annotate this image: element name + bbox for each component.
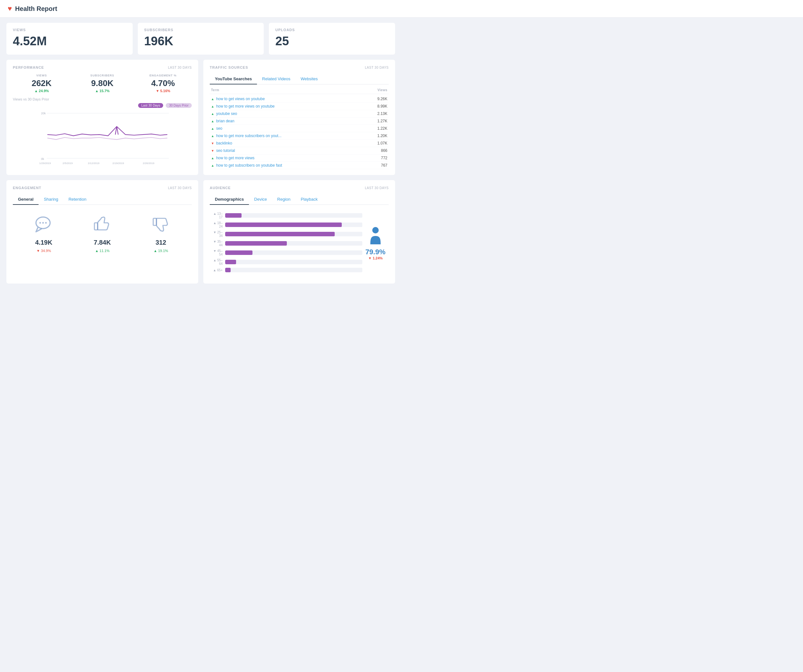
- arrow-up-icon: ▲: [211, 119, 214, 123]
- middle-row: PERFORMANCE LAST 30 DAYS VIEWS 262K ▲ 24…: [7, 60, 395, 175]
- demo-age-label: ▲ 18–24: [210, 221, 223, 228]
- arrow-down-icon: ▼: [211, 149, 214, 153]
- demo-row: ▲ 13–17: [210, 212, 362, 219]
- traffic-row: ▲ youtube seo 2.13K: [210, 110, 388, 117]
- dislikes-change: ▲ 19.1%: [154, 249, 168, 253]
- views-stat-card: VIEWS 4.52M: [7, 23, 133, 55]
- svg-text:0k: 0k: [41, 157, 44, 161]
- arrow-up-icon: ▲: [211, 127, 214, 130]
- demo-bar-wrap: [225, 268, 362, 272]
- traffic-term: ▲ how to get subscribers on youtube fast: [211, 163, 371, 167]
- audience-subtitle: LAST 30 DAYS: [365, 186, 388, 190]
- demo-bars: ▲ 13–17 ▲ 18–24 ▼ 25–34 ▼ 35–44 ▼ 45–54: [210, 209, 362, 278]
- svg-point-15: [372, 227, 379, 234]
- likes-change: ▲ 11.1%: [95, 249, 109, 253]
- metric-views: VIEWS 262K ▲ 24.9%: [13, 74, 70, 93]
- comments-value: 4.19K: [35, 239, 52, 246]
- metric-eng-change: ▼ 5.16%: [134, 89, 192, 93]
- svg-text:2/5/2019: 2/5/2019: [63, 162, 73, 165]
- tab-youtube-searches[interactable]: YouTube Searches: [210, 74, 257, 84]
- chart-legend: Last 30 Days 30 Days Prior: [13, 103, 192, 108]
- engagement-dislikes: 312 ▲ 19.1%: [133, 215, 189, 253]
- performance-subtitle: LAST 30 DAYS: [168, 66, 192, 69]
- metric-views-value: 262K: [13, 78, 70, 88]
- tab-demographics[interactable]: Demographics: [210, 194, 249, 205]
- traffic-views: 1.20K: [371, 133, 387, 138]
- demo-age-label: ▼ 25–34: [210, 230, 223, 238]
- engagement-comments: 4.19K ▼ 34.9%: [16, 215, 71, 253]
- male-person-icon: [368, 226, 382, 248]
- views-value: 4.52M: [13, 34, 126, 48]
- tab-related-videos[interactable]: Related Videos: [257, 74, 296, 84]
- traffic-row: ▼ backlinko 1.07K: [210, 140, 388, 147]
- engagement-likes: 7.84K ▲ 11.1%: [75, 215, 130, 253]
- chart-label: Views vs 30 Days Prior: [13, 97, 192, 101]
- metric-subscribers: SUBSCRIBERS 9.80K ▲ 15.7%: [73, 74, 131, 93]
- svg-text:2/12/2019: 2/12/2019: [88, 162, 99, 165]
- comments-change: ▼ 34.9%: [37, 249, 51, 253]
- app-header: ♥ Health Report: [0, 0, 803, 18]
- demo-bar: [225, 260, 236, 264]
- audience-right: 79.9% ▼ 1.24%: [362, 209, 388, 278]
- demo-bar-wrap: [225, 213, 362, 218]
- demo-age-label: ▼ 35–44: [210, 240, 223, 247]
- engagement-header: ENGAGEMENT LAST 30 DAYS: [13, 186, 192, 190]
- traffic-row: ▲ how to get subscribers on youtube fast…: [210, 162, 388, 169]
- demo-row: ▼ 35–44: [210, 240, 362, 247]
- arrow-up-icon: ▲: [211, 134, 214, 138]
- traffic-row: ▲ how to get views on youtube 9.26K: [210, 95, 388, 103]
- metric-subs-value: 9.80K: [73, 78, 131, 88]
- tab-region[interactable]: Region: [272, 194, 296, 205]
- traffic-views: 767: [371, 163, 387, 167]
- svg-text:1/29/2019: 1/29/2019: [39, 162, 51, 165]
- traffic-term: ▲ youtube seo: [211, 111, 371, 116]
- engagement-tabs: General Sharing Retention: [13, 194, 192, 205]
- tab-playback[interactable]: Playback: [296, 194, 323, 205]
- demo-age-label: ▼ 45–54: [210, 249, 223, 256]
- demo-bar: [225, 250, 252, 255]
- demo-bar: [225, 222, 342, 227]
- traffic-term: ▲ how to get more views on youtube: [211, 104, 371, 109]
- demo-row: ▲ 55–64: [210, 258, 362, 266]
- demo-bar-wrap: [225, 241, 362, 246]
- traffic-subtitle: LAST 30 DAYS: [365, 66, 388, 69]
- uploads-label: UPLOADS: [275, 28, 388, 32]
- legend-current: Last 30 Days: [138, 103, 163, 108]
- demo-row: ▼ 25–34: [210, 230, 362, 238]
- traffic-views: 866: [371, 148, 387, 153]
- traffic-views: 1.07K: [371, 141, 387, 145]
- subscribers-stat-card: SUBSCRIBERS 196K: [138, 23, 264, 55]
- performance-chart: 20k 0k 1/29/2019 2/5/2019 2/12/2019: [13, 109, 192, 168]
- demo-age-label: ▲ 55–64: [210, 258, 223, 266]
- dislikes-icon: [151, 215, 171, 236]
- tab-general[interactable]: General: [13, 194, 39, 205]
- tab-websites[interactable]: Websites: [296, 74, 323, 84]
- uploads-value: 25: [275, 34, 388, 48]
- audience-tabs: Demographics Device Region Playback: [210, 194, 388, 205]
- metric-views-label: VIEWS: [13, 74, 70, 77]
- traffic-views: 9.26K: [371, 97, 387, 101]
- traffic-term: ▼ seo tutorial: [211, 148, 371, 153]
- demo-age-label: ▲ 13–17: [210, 212, 223, 219]
- traffic-list[interactable]: ▲ how to get views on youtube 9.26K ▲ ho…: [210, 95, 388, 169]
- traffic-term: ▼ backlinko: [211, 141, 371, 145]
- views-label: VIEWS: [13, 28, 126, 32]
- page-title: Health Report: [15, 5, 57, 13]
- tab-device[interactable]: Device: [249, 194, 272, 205]
- engagement-panel: ENGAGEMENT LAST 30 DAYS General Sharing …: [7, 180, 198, 284]
- metric-views-change: ▲ 24.9%: [13, 89, 70, 93]
- perf-metrics: VIEWS 262K ▲ 24.9% SUBSCRIBERS 9.80K ▲ 1…: [13, 74, 192, 93]
- likes-icon: [93, 215, 112, 236]
- traffic-views: 1.22K: [371, 126, 387, 131]
- traffic-term: ▲ seo: [211, 126, 371, 131]
- demo-bar-wrap: [225, 232, 362, 236]
- svg-point-12: [45, 222, 47, 224]
- svg-text:2/19/2019: 2/19/2019: [112, 162, 124, 165]
- tab-sharing[interactable]: Sharing: [39, 194, 63, 205]
- svg-text:2/26/2019: 2/26/2019: [143, 162, 154, 165]
- traffic-row: ▼ seo tutorial 866: [210, 147, 388, 154]
- tab-retention[interactable]: Retention: [63, 194, 91, 205]
- traffic-views: 1.27K: [371, 119, 387, 123]
- arrow-up-icon: ▲: [211, 112, 214, 115]
- demo-row: ▲ 65+: [210, 268, 362, 272]
